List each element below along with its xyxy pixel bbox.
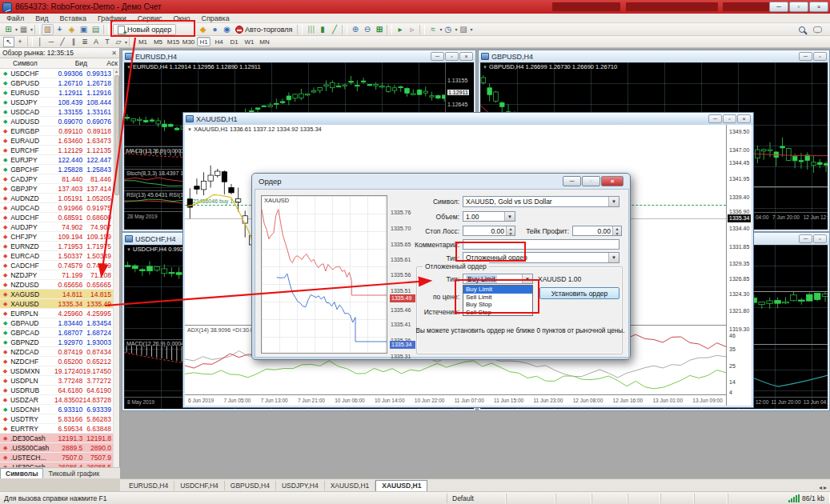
market-watch-row[interactable]: ◆USDZAR14.8350214.83728 [0, 395, 113, 405]
market-watch-row[interactable]: ◆XAUUSD1335.341335.49 [0, 299, 113, 309]
expert-advisors-icon[interactable]: ● [209, 24, 221, 35]
shapes-dropdown-icon[interactable]: ▾ [125, 39, 127, 45]
tab-scroll-left-icon[interactable]: ◂ [819, 484, 822, 491]
tab-scroll-right-icon[interactable]: ▸ [824, 484, 827, 491]
close-button[interactable]: × [601, 176, 624, 186]
collapse-icon[interactable]: ▼ [187, 127, 192, 132]
autotrade-icon[interactable] [233, 24, 245, 35]
tab-tick-chart[interactable]: Тиковый график [43, 469, 104, 478]
data-window-icon[interactable]: + [54, 24, 66, 35]
market-watch-icon[interactable]: ▥ [42, 24, 54, 35]
indicators-icon[interactable]: ≈ [427, 24, 439, 35]
vertical-line-tool-icon[interactable]: │ [34, 37, 46, 47]
menu-Вставка[interactable]: Вставка [59, 14, 86, 22]
market-watch-row[interactable]: ◆GBPUSD1.267101.26718 [0, 78, 113, 88]
market-watch-row[interactable]: ◆EURPLN4.259604.25995 [0, 309, 113, 318]
market-watch-row[interactable]: ◆CHFJPY109.194109.199 [0, 232, 113, 242]
column-symbol[interactable]: Символ [0, 59, 60, 67]
symbol-select[interactable]: XAUUSD, Gold vs US Dollar ▼ [463, 196, 619, 207]
market-watch-row[interactable]: ◆USDRUB64.618064.6190 [0, 386, 113, 395]
timeframe-H1[interactable]: H1 [197, 37, 211, 46]
column-bid[interactable]: Бид [60, 59, 87, 67]
volume-select[interactable]: 1.00 ▼ [463, 211, 515, 222]
cursor-tool-icon[interactable]: ↖ [3, 37, 14, 47]
market-watch-row[interactable]: ◆NZDUSD0.656560.65665 [0, 280, 113, 290]
autotrade-label[interactable]: Авто-торговля [245, 26, 292, 34]
channel-tool-icon[interactable]: ∥ [68, 37, 79, 47]
minimize-button[interactable]: ─ [799, 234, 812, 243]
market-watch-row[interactable]: ◆USDTRY5.831665.86283 [0, 414, 113, 424]
menu-Справка[interactable]: Справка [201, 14, 229, 22]
trendline-tool-icon[interactable]: ╱ [57, 37, 68, 47]
close-button[interactable]: × [737, 114, 751, 123]
search-icon[interactable] [799, 26, 805, 33]
market-watch-row[interactable]: ◆USDPLN3.772483.77272 [0, 376, 113, 386]
window-tab[interactable]: GBPUSD,H4 [225, 481, 276, 490]
take-profit-input[interactable]: 0.00 ▲▼ [572, 226, 622, 236]
timeframe-M30[interactable]: M30 [182, 37, 195, 46]
window-tab[interactable]: XAUUSD,H1 [375, 480, 427, 491]
text-label-tool-icon[interactable]: T [102, 37, 113, 47]
market-watch-row[interactable]: ◆CADCHF0.745790.74589 [0, 261, 113, 270]
market-watch-row[interactable]: ◆GBPCAD1.687071.68724 [0, 328, 113, 338]
market-watch-row[interactable]: ◆NZDCAD0.874190.87434 [0, 347, 113, 357]
new-order-button[interactable]: Новый ордер [113, 24, 176, 35]
timeframe-M5[interactable]: M5 [151, 37, 165, 46]
minimize-button[interactable]: ─ [431, 52, 444, 61]
restore-button[interactable]: ▫ [445, 52, 459, 61]
minimize-button[interactable]: ─ [708, 114, 722, 123]
pending-type-option[interactable]: Buy Limit [463, 286, 532, 294]
place-order-button[interactable]: Установить ордер [539, 287, 619, 299]
market-watch-row[interactable]: ◆USDMXN19.1724019.17450 [0, 366, 113, 376]
market-watch-row[interactable]: ◆GBPAUD1.834401.83454 [0, 318, 113, 328]
market-watch-row[interactable]: ◆CADJPY81.44081.446 [0, 174, 113, 184]
stop-loss-input[interactable]: 0.00 ▲▼ [463, 226, 515, 236]
menu-Файл[interactable]: Файл [6, 14, 24, 22]
profiles-icon[interactable]: ▦ [18, 24, 30, 35]
fibonacci-tool-icon[interactable]: ≣ [79, 37, 90, 47]
templates-icon[interactable]: ▨ [458, 24, 470, 35]
timeframe-M15[interactable]: M15 [166, 37, 180, 46]
close-button[interactable]: × [459, 52, 473, 61]
status-profile[interactable]: Default [447, 494, 506, 503]
restore-button[interactable]: ▫ [723, 114, 736, 123]
timeframe-MN[interactable]: MN [258, 37, 271, 46]
minimize-button[interactable]: ─ [563, 176, 581, 186]
menu-Вид[interactable]: Вид [35, 14, 48, 22]
window-tab[interactable]: XAUUSD,H1 [325, 481, 376, 490]
market-watch-row[interactable]: ◆AUDUSD0.690700.69076 [0, 117, 113, 126]
market-watch-row[interactable]: ◆.US500Cash2889.52890.0 [0, 443, 113, 453]
market-watch-row[interactable]: ◆EURCAD1.503371.50349 [0, 251, 113, 261]
auto-scroll-icon[interactable]: ▸ [394, 24, 406, 35]
spinner-icons[interactable]: ▲▼ [506, 226, 515, 235]
order-dialog-titlebar[interactable]: Ордер ─ ▫ × [252, 174, 630, 189]
column-ask[interactable]: Аск [87, 59, 118, 67]
order-type-select[interactable]: Отложенный ордер ▼ [463, 252, 619, 263]
crosshair-tool-icon[interactable]: + [14, 37, 26, 47]
market-watch-row[interactable]: ◆AUDJPY74.90274.907 [0, 222, 113, 232]
shapes-tool-icon[interactable]: ▱ [113, 37, 124, 47]
market-watch-row[interactable]: ◆GBPCHF1.258281.25843 [0, 165, 113, 174]
tile-windows-icon[interactable]: ⊞ [373, 24, 385, 35]
strategy-tester-icon[interactable]: ▤ [90, 24, 102, 35]
chat-icon[interactable] [813, 26, 822, 33]
market-watch-row[interactable]: ◆USDCAD1.331551.33161 [0, 107, 113, 117]
bar-chart-icon[interactable]: │││ [304, 24, 316, 35]
minimize-button[interactable]: ─ [799, 52, 812, 61]
line-chart-icon[interactable]: ╱ [328, 24, 340, 35]
chevron-down-icon[interactable]: ▼ [522, 274, 532, 283]
market-watch-row[interactable]: ◆USDCHF0.993060.99313 [0, 69, 113, 78]
terminal-icon[interactable]: ▣ [78, 24, 90, 35]
market-watch-row[interactable]: ◆EURAUD1.634601.63473 [0, 136, 113, 146]
market-watch-row[interactable]: ◆EURCHF1.121291.12135 [0, 146, 113, 155]
market-watch-row[interactable]: ◆EURUSD1.129111.12916 [0, 88, 113, 98]
market-watch-row[interactable]: ◆.DE30Cash12191.312191.8 [0, 434, 113, 443]
close-button[interactable]: × [809, 2, 828, 12]
pending-type-option[interactable]: Buy Stop [463, 301, 532, 309]
market-watch-row[interactable]: ◆NZDJPY71.19971.208 [0, 270, 113, 280]
maximize-button[interactable]: ▫ [789, 2, 808, 12]
timeframe-H4[interactable]: H4 [212, 37, 226, 46]
periods-icon[interactable]: ◷ [442, 24, 454, 35]
market-watch-row[interactable]: ◆AUDCHF0.685910.68600 [0, 213, 113, 222]
market-watch-row[interactable]: ◆USDJPY108.439108.444 [0, 98, 113, 107]
